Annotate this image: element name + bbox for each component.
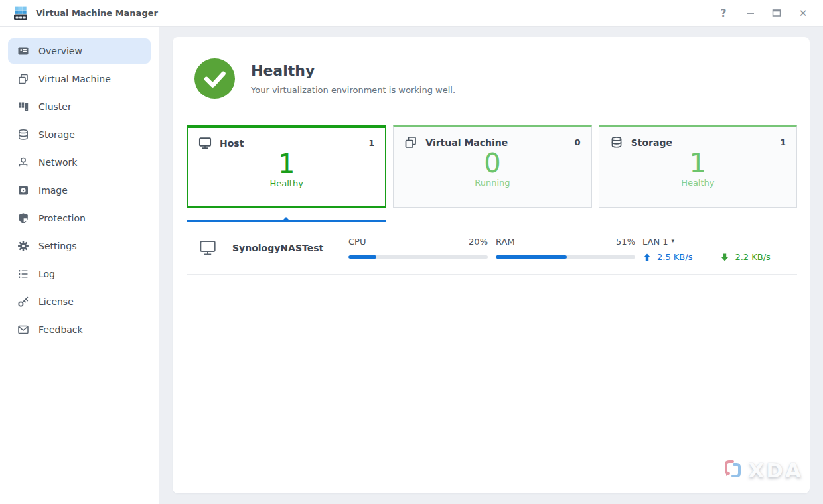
vmm-app-icon [12,5,29,21]
ram-progress-fill [496,255,567,259]
storage-card-value: 1 [599,149,796,177]
sidebar-item-label: Cluster [38,101,72,112]
cpu-percent: 20% [469,237,488,247]
vm-card-title: Virtual Machine [425,137,508,148]
sidebar-item-license[interactable]: License [8,289,151,314]
sidebar-item-overview[interactable]: Overview [8,38,151,64]
overview-panel: Healthy Your virtualization environment … [173,37,810,493]
cpu-progress-fill [348,255,376,259]
storage-card[interactable]: Storage 1 1 Healthy [599,125,797,208]
sidebar-item-label: Network [38,157,77,168]
cpu-meter: CPU 20% [348,237,488,259]
storage-card-status: Healthy [599,178,796,188]
close-icon[interactable]: ✕ [796,7,810,20]
sidebar-item-feedback[interactable]: Feedback [8,317,151,342]
sidebar-item-label: Image [38,185,68,196]
key-icon [17,296,29,308]
sidebar: Overview Virtual Machine Cluster Storage… [0,27,159,504]
ram-meter: RAM 51% [496,237,635,259]
database-icon [610,136,623,149]
sidebar-item-storage[interactable]: Storage [8,122,151,147]
overview-icon [17,45,29,57]
sidebar-item-virtual-machine[interactable]: Virtual Machine [8,66,151,92]
cluster-icon [17,101,29,113]
xda-watermark: XDA [721,458,803,483]
image-icon [17,184,29,196]
storage-icon [17,129,29,141]
sidebar-item-label: License [38,296,74,307]
sidebar-item-settings[interactable]: Settings [8,233,151,259]
xda-watermark-text: XDA [748,458,803,482]
summary-cards: Host 1 1 Healthy Virtual Machine 0 0 Run… [187,125,797,208]
sidebar-item-network[interactable]: Network [8,150,151,175]
main-area: Healthy Your virtualization environment … [159,27,823,504]
host-name: SynologyNASTest [232,243,323,253]
host-card[interactable]: Host 1 1 Healthy [187,125,386,208]
storage-card-title: Storage [631,137,672,148]
virtual-machine-icon [17,73,29,85]
row-divider [187,274,797,275]
health-title: Healthy [251,62,455,79]
ram-percent: 51% [616,237,635,247]
ram-label: RAM [496,237,515,247]
xda-logo-icon [721,458,744,483]
sidebar-item-protection[interactable]: Protection [8,206,151,231]
window-controls: ? ✕ [717,7,810,20]
vm-card-count: 0 [575,137,581,147]
upload-arrow-icon [642,253,652,262]
health-summary: Healthy Your virtualization environment … [194,58,455,101]
maximize-icon[interactable] [770,7,783,20]
titlebar: Virtual Machine Manager ? ✕ [0,0,823,27]
monitor-icon [199,239,216,256]
sidebar-item-label: Settings [38,241,76,251]
vm-card-value: 0 [394,149,591,177]
host-card-title: Host [220,138,244,149]
sidebar-item-image[interactable]: Image [8,178,151,203]
sidebar-item-label: Protection [38,213,86,223]
host-card-count: 1 [368,138,374,148]
vm-card-status: Running [394,178,591,188]
log-list-icon [17,268,29,280]
lan-section: LAN 1▾ 2.5 KB/s 2.2 KB/s [642,237,771,262]
host-selection-indicator [187,220,386,222]
download-rate: 2.2 KB/s [735,252,770,262]
sidebar-item-label: Feedback [38,324,83,335]
gear-icon [17,240,29,252]
sidebar-item-label: Storage [38,129,75,140]
storage-card-count: 1 [780,137,786,147]
green-check-circle-icon [194,58,235,101]
vm-copy-icon [404,136,417,149]
host-card-value: 1 [188,150,385,178]
cpu-progressbar [348,255,488,259]
monitor-icon [198,137,212,149]
upload-rate: 2.5 KB/s [657,252,692,262]
sidebar-item-label: Virtual Machine [38,74,111,84]
health-subtitle: Your virtualization environment is worki… [251,85,455,95]
ram-progressbar [496,255,635,259]
minimize-icon[interactable] [743,7,757,20]
app-title: Virtual Machine Manager [36,8,158,18]
download-arrow-icon [720,253,729,262]
host-row[interactable]: SynologyNASTest CPU 20% RAM 51% [187,229,797,274]
help-icon[interactable]: ? [717,7,730,20]
host-card-status: Healthy [188,178,385,188]
cpu-label: CPU [348,237,366,247]
lan-dropdown[interactable]: LAN 1▾ [642,237,771,247]
chevron-down-icon: ▾ [672,237,675,244]
virtual-machine-card[interactable]: Virtual Machine 0 0 Running [393,125,591,208]
sidebar-item-label: Overview [38,46,82,56]
sidebar-item-log[interactable]: Log [8,261,151,286]
sidebar-item-cluster[interactable]: Cluster [8,94,151,119]
network-icon [17,157,29,168]
sidebar-item-label: Log [38,269,55,279]
envelope-icon [17,324,29,336]
shield-icon [17,212,29,224]
